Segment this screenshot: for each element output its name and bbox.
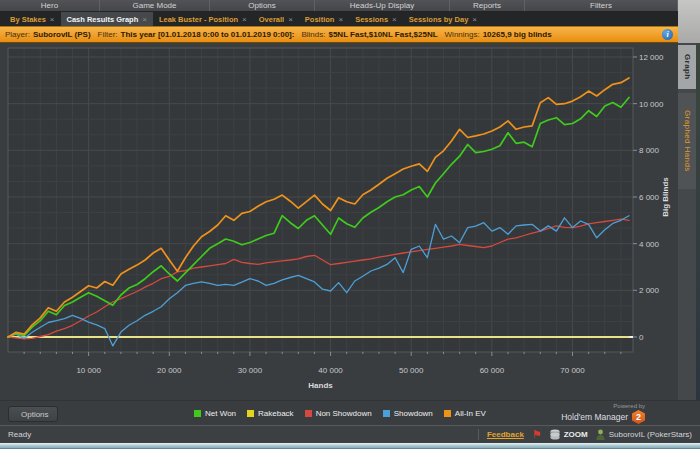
x-tick-label: 70 000: [560, 366, 585, 375]
window-bottom-edge: [0, 443, 700, 449]
filter-summary: Player:SuborovIL (PS)Filter:This year [0…: [5, 30, 559, 39]
x-tick-label: 40 000: [318, 366, 343, 375]
tab-label: Position: [305, 15, 335, 24]
side-tab-strip: GraphGraphed Hands: [678, 43, 696, 400]
filter-bar: Player:SuborovIL (PS)Filter:This year [0…: [0, 26, 678, 43]
tab-sessions[interactable]: Sessions×: [349, 12, 403, 26]
tab-overall[interactable]: Overall×: [253, 12, 299, 26]
desktop-edge: [696, 43, 700, 400]
tab-position[interactable]: Position×: [299, 12, 349, 26]
tab-bar: By Stakes×Cash Results Graph×Leak Buster…: [0, 12, 682, 26]
info-icon[interactable]: i: [662, 29, 673, 40]
close-icon[interactable]: ×: [338, 15, 343, 24]
tab-by-stakes[interactable]: By Stakes×: [4, 12, 61, 26]
y-tick-label: 8 000: [639, 146, 660, 155]
x-tick-label: 10 000: [76, 366, 101, 375]
account-label: SuborovIL (PokerStars): [609, 430, 692, 439]
tab-label: By Stakes: [10, 15, 46, 24]
y-axis-title: Big Blinds: [661, 177, 670, 217]
powered-by-prefix: Powered by: [613, 403, 645, 410]
holdem-manager-window: HeroGame ModeOptionsHeads-Up DisplayRepo…: [0, 0, 700, 449]
results-graph-canvas[interactable]: 10 00020 00030 00040 00050 00060 00070 0…: [0, 43, 680, 400]
side-tab-graphed-hands[interactable]: Graphed Hands: [678, 93, 696, 189]
y-tick-label: 10 000: [639, 100, 664, 109]
legend-swatch-icon: [444, 410, 451, 417]
y-tick-label: 4 000: [639, 240, 660, 249]
close-icon[interactable]: ×: [142, 15, 147, 24]
tab-label: Cash Results Graph: [67, 15, 139, 24]
database-icon: [550, 429, 560, 440]
menu-item-filters[interactable]: Filters: [525, 0, 678, 11]
tab-sessions-by-day[interactable]: Sessions by Day×: [403, 12, 483, 26]
menu-item-game-mode[interactable]: Game Mode: [100, 0, 210, 11]
y-tick-label: 12 000: [639, 53, 664, 62]
status-separator: [478, 429, 479, 440]
tab-label: Sessions by Day: [409, 15, 469, 24]
tab-label: Overall: [259, 15, 284, 24]
legend-row: Options Net WonRakebackNon ShowdownShowd…: [0, 400, 700, 425]
legend-swatch-icon: [247, 410, 254, 417]
filter-segment-winnings: Winnings:10265,9 big blinds: [445, 30, 559, 39]
side-tab-graph[interactable]: Graph: [678, 45, 696, 89]
zoom-status-item[interactable]: ZOOM: [550, 429, 588, 440]
results-graph-panel[interactable]: 10 00020 00030 00040 00050 00060 00070 0…: [0, 43, 680, 400]
legend-swatch-icon: [305, 410, 312, 417]
menu-item-reports[interactable]: Reports: [450, 0, 525, 11]
legend-swatch-icon: [383, 410, 390, 417]
filter-segment-player: Player:SuborovIL (PS): [5, 30, 98, 39]
x-tick-label: 20 000: [157, 366, 182, 375]
filter-segment-filter: Filter:This year [01.01.2018 0:00 to 01.…: [98, 30, 302, 39]
close-icon[interactable]: ×: [288, 15, 293, 24]
close-icon[interactable]: ×: [242, 15, 247, 24]
account-status-item[interactable]: SuborovIL (PokerStars): [596, 429, 692, 440]
menu-item-hero[interactable]: Hero: [0, 0, 100, 11]
y-tick-label: 2 000: [639, 286, 660, 295]
tab-label: Leak Buster - Position: [159, 15, 238, 24]
legend-item-non-showdown: Non Showdown: [305, 409, 372, 418]
status-ready-text: Ready: [8, 430, 31, 439]
close-icon[interactable]: ×: [50, 15, 55, 24]
flag-icon[interactable]: ⚑: [532, 429, 542, 440]
close-icon[interactable]: ×: [472, 15, 477, 24]
filter-segment-blinds: Blinds:$5NL Fast,$10NL Fast,$25NL: [301, 30, 444, 39]
menu-item-options[interactable]: Options: [210, 0, 315, 11]
x-tick-label: 50 000: [399, 366, 424, 375]
legend-swatch-icon: [194, 410, 201, 417]
tab-cash-results-graph[interactable]: Cash Results Graph×: [61, 12, 153, 26]
x-tick-label: 60 000: [480, 366, 505, 375]
feedback-link[interactable]: Feedback: [487, 430, 524, 439]
y-tick-label: 6 000: [639, 193, 660, 202]
status-bar: Ready Feedback ⚑ ZOOM SuborovIL (Poke: [0, 425, 700, 443]
legend-item-all-in-ev: All-In EV: [444, 409, 486, 418]
user-icon: [596, 429, 605, 440]
menubar: HeroGame ModeOptionsHeads-Up DisplayRepo…: [0, 0, 678, 12]
legend-item-rakeback: Rakeback: [247, 409, 294, 418]
menu-item-heads-up-display[interactable]: Heads-Up Display: [315, 0, 450, 11]
tab-label: Sessions: [355, 15, 388, 24]
x-axis-title: Hands: [308, 381, 333, 390]
hm2-badge-icon: 2: [632, 410, 645, 424]
tab-leak-buster-position[interactable]: Leak Buster - Position×: [153, 12, 253, 26]
powered-by-brand: Powered by Hold'em Manager 2: [561, 403, 645, 424]
background-window-corner: [678, 0, 700, 43]
legend-item-net-won: Net Won: [194, 409, 236, 418]
zoom-db-label: ZOOM: [564, 430, 588, 439]
close-icon[interactable]: ×: [392, 15, 397, 24]
legend-item-showdown: Showdown: [383, 409, 433, 418]
app-name: Hold'em Manager: [561, 411, 628, 424]
x-tick-label: 30 000: [238, 366, 263, 375]
y-tick-label: 0: [639, 333, 644, 342]
